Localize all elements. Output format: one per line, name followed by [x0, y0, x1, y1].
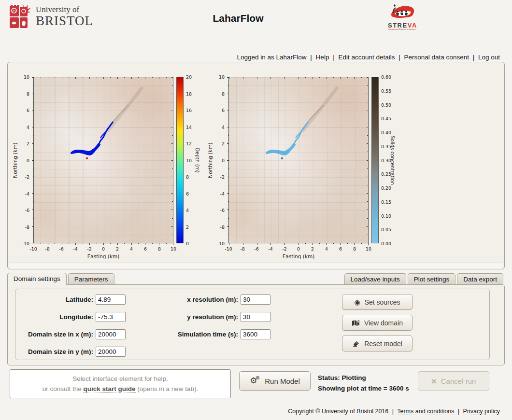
x-tick-label: 10	[171, 246, 176, 252]
tab-load-save-inputs[interactable]: Load/save inputs	[344, 273, 406, 285]
axis-tick-mark	[270, 77, 271, 79]
axis-tick-mark	[152, 243, 153, 244]
reset-model-button-label: Reset model	[364, 340, 402, 348]
x-axis-label: Easting (km)	[33, 253, 173, 259]
tab-domain-settings[interactable]: Domain settings	[7, 273, 67, 285]
axis-tick-mark	[166, 77, 167, 78]
separator: |	[398, 54, 400, 61]
streva-logo: STREVA Strengthening Resilience in Volca…	[388, 3, 417, 30]
reset-model-button[interactable]: Reset model	[342, 336, 412, 351]
cancel-run-button[interactable]: × Cancel run	[418, 371, 489, 391]
set-sources-button[interactable]: ◉ Set sources	[342, 294, 412, 310]
axis-tick-mark	[367, 177, 368, 177]
quick-start-guide-link[interactable]: quick start guide	[83, 385, 135, 393]
axis-tick-mark	[48, 243, 48, 245]
y-tick-label: -2	[220, 174, 225, 180]
colorbar-tick-label: 18	[186, 91, 192, 96]
axis-tick-mark	[228, 152, 229, 152]
tab-plot-settings[interactable]: Plot settings	[408, 273, 456, 285]
x-resolution-input[interactable]	[241, 294, 270, 305]
cancel-run-button-label: Cancel run	[441, 377, 476, 385]
axis-tick-mark	[257, 77, 257, 79]
axis-tick-mark	[227, 193, 229, 194]
latitude-input[interactable]	[96, 294, 126, 305]
eraser-icon	[352, 340, 360, 347]
axis-tick-mark	[41, 243, 41, 244]
log-out-link[interactable]: Log out	[478, 54, 500, 61]
status-text: Status: Plotting	[318, 373, 409, 383]
form-row: y resolution (m):	[137, 311, 270, 322]
x-tick-label: 2	[116, 246, 119, 252]
tab-data-export[interactable]: Data export	[457, 273, 503, 285]
y-resolution-input[interactable]	[241, 312, 270, 322]
form-row: Simulation time (s):	[137, 329, 270, 339]
edit-account-details-link[interactable]: Edit account details	[338, 54, 395, 61]
y-tick-label: 4	[27, 124, 29, 129]
form-row: Latitude:	[15, 294, 126, 305]
y-tick-label: 4	[222, 124, 225, 129]
x-tick-label: -10	[29, 246, 37, 252]
run-model-button[interactable]: ⚙⚙ Run Model	[239, 371, 311, 391]
colorbar-tick-label: 0.20	[381, 185, 391, 191]
tabs-row: Domain settings Parameters Load/save inp…	[7, 273, 505, 285]
x-tick-label: -6	[254, 246, 258, 252]
axis-tick-mark	[313, 243, 313, 245]
axis-tick-mark	[34, 77, 34, 79]
x-tick-label: 8	[158, 246, 161, 252]
axis-tick-mark	[97, 77, 97, 78]
axis-tick-mark	[367, 111, 368, 111]
axis-tick-mark	[227, 210, 229, 210]
x-tick-label: 10	[366, 246, 371, 252]
axis-tick-mark	[103, 77, 104, 79]
privacy-policy-link[interactable]: Privacy policy	[463, 408, 500, 415]
axis-tick-mark	[305, 243, 306, 244]
axis-tick-mark	[172, 119, 173, 119]
simulation-time-input[interactable]	[241, 329, 270, 339]
axis-tick-mark	[145, 243, 145, 245]
y-tick-label: -6	[25, 208, 29, 213]
axis-tick-mark	[367, 143, 368, 144]
domain-settings-panel: Latitude: Longitude: Domain size in x (m…	[7, 284, 505, 365]
axis-tick-mark	[227, 177, 229, 177]
x-tick-label: -2	[87, 246, 91, 252]
axis-tick-mark	[228, 135, 229, 136]
colorbar-tick-label: 0.40	[381, 130, 391, 135]
axis-tick-mark	[228, 102, 229, 102]
separator: |	[392, 408, 394, 415]
form-row: Domain size in x (m):	[15, 329, 126, 339]
domain-size-x-input[interactable]	[96, 329, 126, 339]
longitude-input[interactable]	[96, 312, 126, 322]
account-bar: Logged in as LaharFlow | Help | Edit acc…	[237, 54, 500, 61]
longitude-label: Longitude:	[59, 313, 93, 321]
domain-size-y-input[interactable]	[96, 347, 126, 357]
domain-size-y-label: Domain size in y (m):	[28, 348, 93, 355]
axis-tick-mark	[32, 177, 34, 177]
colorbar-tick-label: 0.60	[381, 74, 391, 80]
streva-volcano-icon	[389, 3, 416, 20]
axis-tick-mark	[75, 243, 76, 245]
terms-and-conditions-link[interactable]: Terms and conditions	[397, 408, 454, 415]
x-tick-label: 8	[353, 246, 356, 252]
help-link[interactable]: Help	[316, 54, 329, 61]
axis-tick-mark	[367, 226, 368, 227]
axis-tick-mark	[69, 243, 69, 244]
axis-tick-mark	[33, 218, 34, 219]
personal-data-consent-link[interactable]: Personal data consent	[404, 54, 469, 61]
y-tick-label: 8	[27, 91, 29, 96]
depth-plot: Northing (km) 1086420-2-4-6-8-10 -10-8-6…	[33, 77, 173, 243]
axis-tick-mark	[227, 243, 229, 243]
view-domain-button[interactable]: View domain	[342, 315, 412, 331]
y-axis-label: Northing (km)	[12, 142, 18, 178]
axis-tick-mark	[367, 94, 368, 94]
tab-parameters[interactable]: Parameters	[68, 273, 114, 285]
axis-tick-mark	[367, 168, 368, 169]
axis-tick-mark	[299, 243, 299, 245]
y-tick-label: 0	[222, 157, 225, 163]
axis-tick-mark	[171, 177, 173, 177]
axis-tick-mark	[327, 77, 327, 79]
y-tick-label: 6	[27, 108, 29, 113]
axis-tick-mark	[367, 119, 368, 119]
axis-tick-mark	[228, 168, 229, 169]
axis-tick-mark	[229, 77, 229, 79]
axis-tick-mark	[172, 135, 173, 136]
